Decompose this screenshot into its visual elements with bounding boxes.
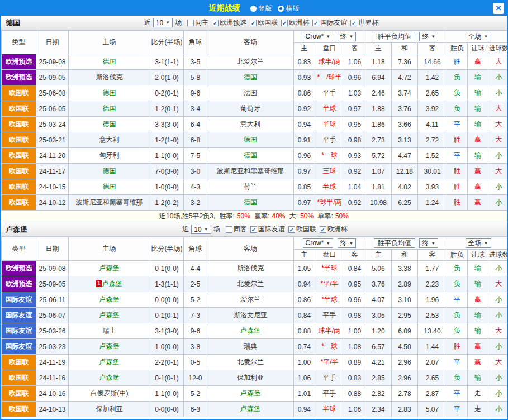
result-goals: 小 [488, 308, 508, 323]
checkbox-icon[interactable]: ✓ [288, 226, 295, 233]
home-team-cell: 卢森堡 [69, 355, 150, 370]
home-team-name: 德国 [103, 120, 116, 128]
match-score: 3-1(3-0) [150, 323, 184, 339]
full-match-dropdown[interactable]: 全场▼ [466, 238, 491, 248]
match-score: 1-2(0-2) [150, 195, 184, 211]
away-team-name: 保加利亚 [237, 374, 264, 381]
odds-home: 0.86 [294, 292, 315, 308]
summary-segment: 50% [300, 212, 314, 220]
avg-final-dropdown[interactable]: 终▼ [419, 32, 438, 41]
checkbox-icon[interactable]: ✓ [312, 20, 319, 26]
corner-count: 4-3 [184, 179, 207, 195]
full-match-dropdown[interactable]: 全场▼ [466, 32, 491, 41]
result-wdl: 平 [447, 402, 468, 417]
avg-odds-label[interactable]: 胜平负均值 [374, 32, 415, 41]
avg-home: 10.98 [365, 195, 392, 211]
checkbox-icon[interactable]: ✓ [281, 20, 288, 26]
col-date: 日期 [36, 237, 69, 261]
final-odds-dropdown[interactable]: 终▼ [338, 32, 357, 41]
competition-filter[interactable]: ✓国际友谊 [250, 225, 285, 234]
radio-icon[interactable] [278, 6, 284, 12]
competition-filter[interactable]: ✓欧洲杯 [281, 18, 309, 27]
col-home: 主场 [69, 237, 150, 261]
away-team-name: 北爱尔兰 [237, 280, 264, 288]
checkbox-icon[interactable] [226, 226, 232, 233]
avg-away: 2.23 [418, 276, 447, 292]
match-row: 欧国联 24-10-12 波斯尼亚和黑塞哥维那 1-2(0-2) 3-2 德国 … [2, 195, 508, 211]
match-date: 24-10-15 [36, 179, 69, 195]
col-result-goals: 进球数 [488, 250, 508, 261]
games-suffix-label: 场 [213, 225, 220, 234]
odds-handicap: *球半/两 [315, 195, 344, 211]
odds-away: 1.06 [344, 54, 365, 70]
games-count-dropdown[interactable]: 10▼ [191, 225, 211, 234]
competition-badge: 欧洲预选 [2, 54, 36, 70]
avg-home: 6.94 [365, 70, 392, 85]
avg-odds-label[interactable]: 胜平负均值 [374, 238, 415, 248]
competition-filter[interactable]: ✓欧国联 [250, 18, 278, 27]
odds-home: 0.88 [294, 323, 315, 339]
avg-draw: 12.18 [392, 164, 418, 179]
checkbox-icon[interactable]: ✓ [250, 226, 257, 233]
avg-away: 14.66 [418, 54, 447, 70]
away-team-name: 北爱尔兰 [237, 58, 264, 65]
result-goals: 小 [488, 179, 508, 195]
odds-away: 0.95 [344, 117, 365, 132]
home-team-name: 卢森堡 [99, 342, 120, 350]
result-goals: 小 [488, 402, 508, 417]
competition-filter[interactable]: ✓世界杯 [350, 18, 378, 27]
layout-radio-vertical[interactable]: 竖版 [250, 4, 272, 13]
competition-badge: 欧洲预选 [2, 276, 36, 292]
avg-home: 1.07 [365, 164, 392, 179]
col-odds-away: 客 [344, 250, 365, 261]
away-team-cell: 北爱尔兰 [207, 355, 294, 370]
result-wdl: 负 [447, 85, 468, 101]
col-corner: 角球 [184, 31, 207, 54]
competition-filter[interactable]: ✓欧洲预选 [212, 18, 246, 27]
checkbox-icon[interactable]: ✓ [250, 20, 257, 26]
away-team-name: 爱尔兰 [240, 295, 260, 303]
radio-icon[interactable] [250, 6, 257, 12]
result-handicap: 输 [468, 276, 488, 292]
layout-radio-horizontal[interactable]: 横版 [278, 4, 300, 13]
filter-label: 国际友谊 [258, 225, 285, 234]
odds-handicap: 平手 [315, 85, 344, 101]
competition-filter[interactable]: ✓国际友谊 [312, 18, 347, 27]
games-count-dropdown[interactable]: 10▼ [153, 18, 173, 27]
checkbox-icon[interactable] [187, 20, 194, 26]
result-wdl: 平 [447, 386, 468, 402]
result-goals: 小 [488, 261, 508, 276]
final-odds-dropdown[interactable]: 终▼ [338, 238, 357, 248]
result-handicap: 赢 [468, 195, 488, 211]
odds-handicap: *一/球半 [315, 70, 344, 85]
filter-label: 欧国联 [296, 225, 316, 234]
away-team-name: 法国 [244, 89, 257, 97]
match-row: 欧国联 24-11-19 卢森堡 2-2(0-1) 0-5 北爱尔兰 1.00 … [2, 355, 508, 370]
avg-final-dropdown[interactable]: 终▼ [419, 238, 438, 248]
away-team-name: 卢森堡 [240, 389, 260, 397]
avg-draw: 3.66 [392, 117, 418, 132]
away-team-cell: 北爱尔兰 [207, 276, 294, 292]
competition-filter[interactable]: 同客 [226, 225, 247, 234]
competition-filter[interactable]: 同主 [187, 18, 208, 27]
away-team-cell: 卢森堡 [207, 323, 294, 339]
match-score: 0-1(0-0) [150, 261, 184, 276]
away-team-cell: 德国 [207, 148, 294, 164]
competition-filter[interactable]: ✓欧国联 [288, 225, 316, 234]
odds-company-dropdown[interactable]: Crow*▼ [303, 238, 334, 248]
close-icon[interactable]: ✕ [493, 3, 504, 14]
checkbox-icon[interactable]: ✓ [350, 20, 357, 26]
avg-draw: 3.13 [392, 132, 418, 148]
odds-company-dropdown[interactable]: Crow*▼ [303, 32, 334, 41]
checkbox-icon[interactable]: ✓ [212, 20, 219, 26]
col-type: 类型 [2, 31, 36, 54]
filter-controls: 近 10▼ 场 同客✓国际友谊✓欧国联✓欧洲杯 [27, 225, 502, 234]
col-score: 比分(半场) [150, 31, 184, 54]
avg-away: 3.92 [418, 101, 447, 117]
checkbox-icon[interactable]: ✓ [320, 226, 326, 233]
competition-badge: 欧国联 [2, 148, 36, 164]
result-handicap: 赢 [468, 292, 488, 308]
competition-filter[interactable]: ✓欧洲杯 [320, 225, 348, 234]
avg-home: 1.81 [365, 179, 392, 195]
match-score: 0-1(0-1) [150, 370, 184, 386]
